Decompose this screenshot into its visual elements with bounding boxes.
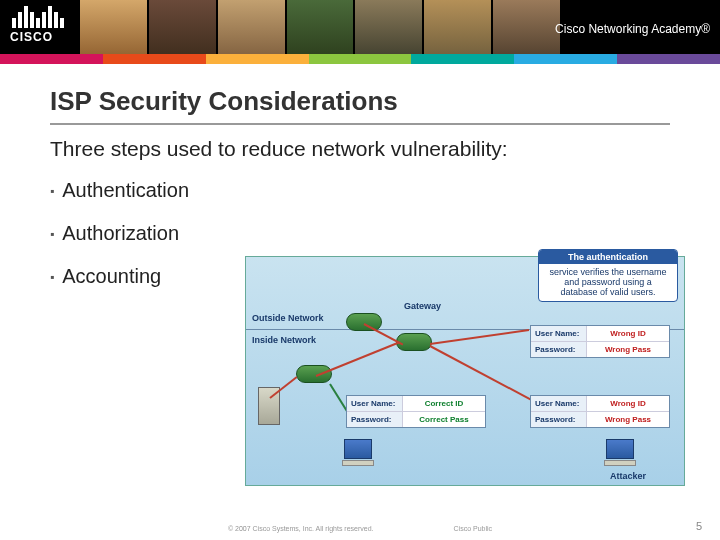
pc-icon — [342, 439, 374, 467]
brand-text: CISCO — [10, 30, 64, 44]
credentials-box: User Name:Wrong ID Password:Wrong Pass — [530, 325, 670, 358]
attacker-label: Attacker — [610, 471, 646, 481]
field-value: Correct ID — [403, 396, 485, 411]
bullet-text: Authorization — [62, 222, 179, 245]
header-banner: CISCO Cisco Networking Academy® — [0, 0, 720, 64]
gateway-label: Gateway — [404, 301, 441, 311]
bullet-icon: ▪ — [50, 270, 54, 284]
switch-icon — [296, 365, 332, 383]
attacker-pc-icon — [604, 439, 636, 467]
cisco-logo-icon — [10, 6, 64, 28]
callout-title: The authentication — [539, 250, 677, 264]
credentials-box: User Name:Wrong ID Password:Wrong Pass — [530, 395, 670, 428]
list-item: ▪Authentication — [50, 179, 670, 202]
field-label: User Name: — [531, 396, 587, 411]
list-item: ▪Authorization — [50, 222, 670, 245]
field-label: User Name: — [531, 326, 587, 341]
classification-text: Cisco Public — [454, 525, 493, 532]
footer: © 2007 Cisco Systems, Inc. All rights re… — [0, 525, 720, 532]
field-label: Password: — [531, 412, 587, 427]
page-number: 5 — [696, 520, 702, 532]
cisco-logo: CISCO — [10, 6, 64, 44]
field-value: Wrong Pass — [587, 342, 669, 357]
field-label: Password: — [347, 412, 403, 427]
bullet-icon: ▪ — [50, 227, 54, 241]
slide-title: ISP Security Considerations — [50, 86, 670, 125]
copyright-text: © 2007 Cisco Systems, Inc. All rights re… — [228, 525, 374, 532]
inside-network-label: Inside Network — [252, 335, 316, 345]
field-value: Wrong Pass — [587, 412, 669, 427]
outside-network-label: Outside Network — [252, 313, 324, 323]
callout-body: service verifies the username and passwo… — [545, 267, 671, 297]
bullet-text: Authentication — [62, 179, 189, 202]
field-value: Wrong ID — [587, 396, 669, 411]
program-name: Cisco Networking Academy® — [555, 22, 710, 36]
link-line — [316, 341, 400, 377]
credentials-box: User Name:Correct ID Password:Correct Pa… — [346, 395, 486, 428]
link-line — [430, 329, 529, 345]
slide-subtitle: Three steps used to reduce network vulne… — [50, 137, 670, 161]
field-label: Password: — [531, 342, 587, 357]
field-label: User Name: — [347, 396, 403, 411]
accent-bar — [0, 54, 720, 64]
bullet-text: Accounting — [62, 265, 161, 288]
auth-callout: The authentication service verifies the … — [538, 249, 678, 302]
field-value: Correct Pass — [403, 412, 485, 427]
field-value: Wrong ID — [587, 326, 669, 341]
bullet-icon: ▪ — [50, 184, 54, 198]
network-diagram: The authentication service verifies the … — [245, 256, 685, 486]
